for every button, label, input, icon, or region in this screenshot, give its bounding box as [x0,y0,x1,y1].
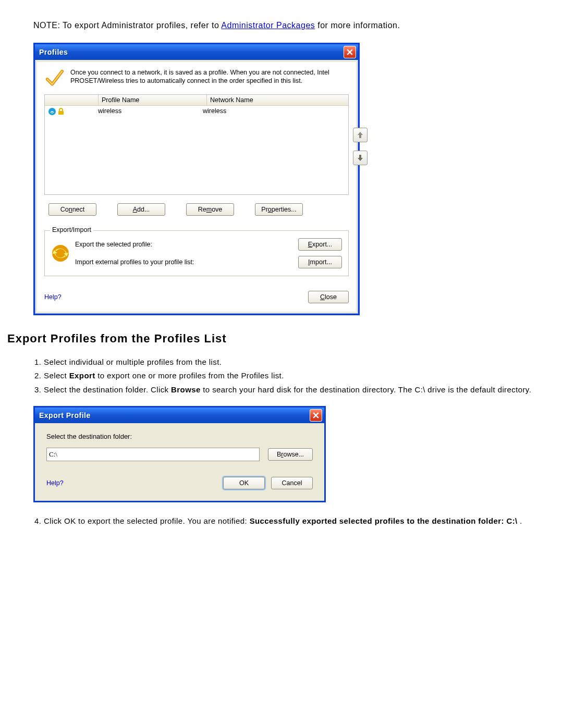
svg-rect-2 [58,111,64,115]
help-link[interactable]: Help? [46,479,64,487]
step-item: Select individual or multiple profiles f… [44,356,535,368]
move-down-button[interactable] [353,151,368,165]
groupbox-label: Export/Import [50,226,93,233]
svg-point-1 [52,113,53,114]
help-link[interactable]: Help? [44,293,62,301]
remove-button[interactable]: Remove [186,203,234,216]
cancel-button[interactable]: Cancel [271,477,313,489]
close-button[interactable]: Close [308,291,349,303]
connect-button[interactable]: Connect [48,203,96,216]
list-item[interactable]: wireless wireless [45,106,348,117]
export-label: Export the selected profile: [75,241,298,248]
step-item: Click OK to export the selected profile.… [44,515,535,527]
properties-button[interactable]: Properties... [255,203,303,216]
close-icon[interactable] [344,46,356,58]
destination-label: Select the destination folder: [46,433,313,440]
admin-packages-link[interactable]: Administrator Packages [221,21,315,30]
ok-button[interactable]: OK [223,477,265,489]
checkmark-icon [44,68,64,88]
titlebar: Export Profile [35,408,324,423]
padlock-icon [57,108,65,115]
close-icon[interactable] [310,409,322,422]
import-button[interactable]: Import... [298,256,342,268]
dialog-title: Export Profile [39,411,91,419]
intro-text: Once you connect to a network, it is sav… [70,68,349,88]
add-button[interactable]: Add... [117,203,165,216]
export-button[interactable]: Export... [298,238,342,251]
signal-icon [48,107,56,116]
arrow-down-icon [357,154,363,162]
titlebar: Profiles [35,44,358,60]
profile-list[interactable]: Profile Name Network Name wireless wirel… [44,94,349,195]
note-text: NOTE: To export Administrator profiles, … [33,21,556,30]
sync-icon [51,244,70,263]
profiles-dialog: Profiles Once you connect to a network, … [33,43,360,315]
browse-button[interactable]: Browse... [268,448,313,461]
export-profile-dialog: Export Profile Select the destination fo… [33,406,326,502]
section-heading: Export Profiles from the Profiles List [7,332,556,346]
step-item: Select Export to export one or more prof… [44,369,535,381]
step-item: Select the destination folder. Click Bro… [44,384,535,396]
move-up-button[interactable] [353,128,368,142]
arrow-up-icon [357,131,363,139]
dialog-title: Profiles [39,48,68,56]
export-import-group: Export/Import Export the selected profil… [44,230,349,276]
import-label: Import external profiles to your profile… [75,258,298,266]
folder-input[interactable] [46,448,260,461]
list-header: Profile Name Network Name [45,95,348,106]
